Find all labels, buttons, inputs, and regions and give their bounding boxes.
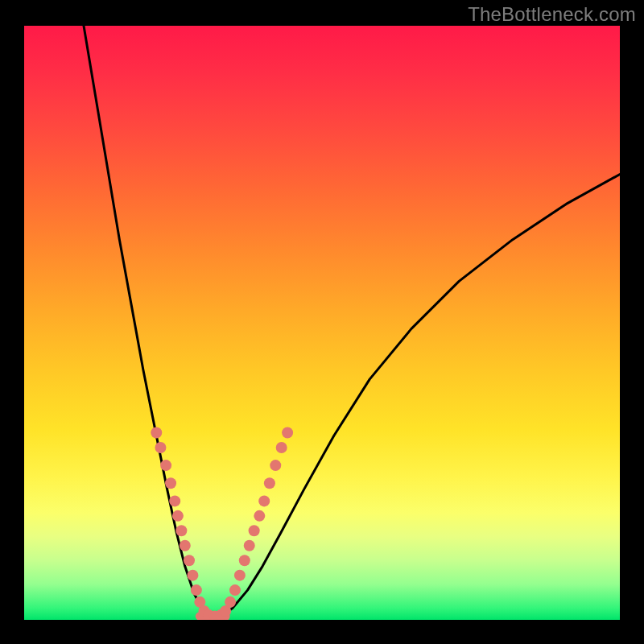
marker-dot <box>165 477 176 489</box>
marker-dot <box>276 442 287 453</box>
marker-dot <box>244 540 255 551</box>
marker-dot <box>249 525 260 536</box>
marker-dot <box>191 584 202 596</box>
marker-dot <box>258 495 270 506</box>
series-right-curve <box>221 175 620 617</box>
watermark-text: TheBottleneck.com <box>468 3 636 26</box>
marker-dot <box>180 540 191 551</box>
marker-dot <box>155 442 166 453</box>
marker-dot <box>234 570 246 581</box>
marker-dot <box>264 477 275 489</box>
marker-dot <box>160 460 171 471</box>
marker-dot <box>239 555 250 566</box>
marker-dot <box>270 460 281 471</box>
plot-clip <box>24 26 620 620</box>
marker-dot <box>169 495 180 506</box>
marker-dot <box>254 510 265 522</box>
marker-dot <box>184 555 195 566</box>
series-paths <box>84 26 620 619</box>
marker-dot <box>151 427 162 439</box>
marker-dot <box>187 570 198 581</box>
marker-dot <box>172 510 184 522</box>
marker-dots <box>151 427 293 620</box>
marker-dot <box>175 525 187 536</box>
plot-area <box>24 26 620 620</box>
series-left-curve <box>84 26 208 617</box>
marker-dot <box>282 427 293 439</box>
marker-dot <box>225 597 236 608</box>
curve-layer <box>24 26 620 620</box>
chart-stage: TheBottleneck.com <box>0 0 644 644</box>
marker-dot <box>229 584 241 596</box>
